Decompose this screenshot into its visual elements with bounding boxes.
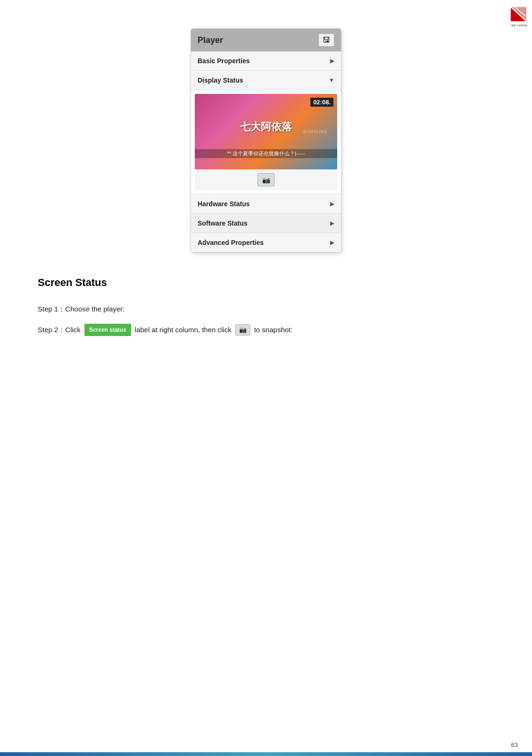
chevron-right-icon-4: ▶	[330, 239, 334, 246]
vik-logo: we connect	[485, 5, 527, 28]
logo-area: we connect	[485, 5, 527, 28]
video-timer: 02:08.	[310, 98, 333, 107]
player-title: Player	[198, 35, 223, 45]
video-subtitle: ** 这个夏季你还在犹豫什么？|-----	[195, 149, 337, 158]
display-status-section: Display Status ▼ 02:08. 七大阿依落 SAMSUNG **…	[191, 71, 341, 194]
camera-icon: 📷	[262, 176, 270, 184]
screen-status-badge[interactable]: Screen status	[84, 324, 131, 336]
step2-text: Step 2：Click Screen status label at righ…	[38, 324, 494, 336]
software-status-row[interactable]: Software Status ▶	[191, 214, 341, 233]
video-overlay-text: 七大阿依落	[240, 120, 292, 134]
software-status-label: Software Status	[198, 219, 248, 227]
player-header: Player 🖫	[191, 29, 341, 51]
advanced-properties-row[interactable]: Advanced Properties ▶	[191, 233, 341, 252]
basic-properties-row[interactable]: Basic Properties ▶	[191, 51, 341, 71]
svg-text:we connect: we connect	[511, 23, 527, 27]
page-number: 63	[511, 741, 518, 748]
advanced-properties-label: Advanced Properties	[198, 239, 264, 246]
player-save-button[interactable]: 🖫	[318, 34, 334, 47]
chevron-down-icon: ▼	[329, 77, 334, 84]
screen-status-title: Screen Status	[38, 277, 494, 289]
step1-text: Step 1：Choose the player:	[38, 303, 494, 315]
video-preview: 02:08. 七大阿依落 SAMSUNG ** 这个夏季你还在犹豫什么？|---…	[195, 94, 337, 169]
chevron-right-icon-0: ▶	[330, 58, 334, 64]
snapshot-btn-row: 📷	[195, 169, 337, 190]
hardware-status-row[interactable]: Hardware Status ▶	[191, 194, 341, 214]
phone-ui: Player 🖫 Basic Properties ▶ Display Stat…	[191, 28, 341, 253]
snapshot-inline-icon: 📷	[235, 324, 250, 336]
snapshot-button[interactable]: 📷	[258, 173, 274, 186]
page-content: Player 🖫 Basic Properties ▶ Display Stat…	[0, 0, 532, 373]
chevron-right-icon-3: ▶	[330, 220, 334, 227]
screen-status-section: Screen Status Step 1：Choose the player: …	[38, 277, 494, 336]
phone-mockup-container: Player 🖫 Basic Properties ▶ Display Stat…	[38, 28, 494, 253]
hardware-status-label: Hardware Status	[198, 200, 249, 208]
chevron-right-icon-2: ▶	[330, 201, 334, 207]
save-icon: 🖫	[323, 36, 330, 44]
display-status-content: 02:08. 七大阿依落 SAMSUNG ** 这个夏季你还在犹豫什么？|---…	[191, 90, 341, 194]
display-status-label: Display Status	[198, 76, 243, 84]
display-status-header[interactable]: Display Status ▼	[191, 71, 341, 90]
bottom-bar	[0, 752, 532, 756]
samsung-logo: SAMSUNG	[303, 129, 328, 134]
basic-properties-label: Basic Properties	[198, 57, 250, 65]
